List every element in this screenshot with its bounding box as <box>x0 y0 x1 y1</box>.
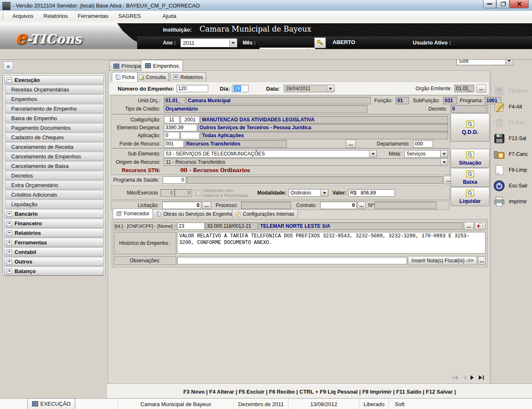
inserir-nota-button[interactable]: Inserir Nota(s) Fiscal(is) ->> <box>408 256 477 265</box>
meta-combobox[interactable]: Serviços <box>404 150 448 158</box>
sidebar-item-decretos[interactable]: Decretos <box>5 171 104 180</box>
licitacao-field[interactable]: 0 <box>162 202 201 209</box>
origem-combobox[interactable]: 11 - Recursos Transferidos <box>164 158 448 166</box>
numero-input[interactable]: 120 <box>177 85 208 92</box>
aplicacao-field2[interactable] <box>180 132 200 139</box>
sidebar-item-creditos-adicionais[interactable]: Créditos Adicionais <box>5 190 104 199</box>
chevron-down-icon[interactable] <box>320 190 328 196</box>
acao-field[interactable]: 2001 <box>180 116 200 123</box>
sidebar-item-cancelamento-receita[interactable]: Cancelamento de Receita <box>5 142 104 151</box>
liquidar-button[interactable]: Liquidar <box>451 187 490 206</box>
elemento-field[interactable]: 3390.39 <box>164 124 197 131</box>
unlock-period-button[interactable] <box>314 37 326 48</box>
restore-button[interactable] <box>496 0 510 8</box>
valor-field[interactable]: R$ 806,89 <box>348 189 395 197</box>
despesas-checkbox[interactable] <box>195 190 202 196</box>
menu-relatorios[interactable]: Relatórios <box>39 12 73 20</box>
fonte-field[interactable]: 001 <box>164 140 184 148</box>
data-combobox[interactable]: 28/04/2011 <box>284 85 335 92</box>
exercicio-field[interactable]: 0 <box>175 189 192 197</box>
sidebar-group-financeiro[interactable]: +Financeiro <box>4 219 104 228</box>
expand-box-icon[interactable]: + <box>7 230 12 236</box>
sidebar-group-contabil[interactable]: +Contabil <box>4 247 104 256</box>
fonte-browse-button[interactable]: ... <box>346 140 356 148</box>
sidebar-group-balanco[interactable]: +Balanço <box>4 266 104 276</box>
fornecedor-import-button[interactable] <box>475 222 485 230</box>
dia-input[interactable]: 28 <box>232 85 249 92</box>
nav-last-icon[interactable] <box>479 375 484 380</box>
expand-box-icon[interactable]: + <box>7 221 12 226</box>
chevron-down-icon[interactable] <box>440 159 448 165</box>
sidebar-item-pagamento-documentos[interactable]: Pagamento Documentos <box>5 123 104 132</box>
tab-obras[interactable]: Obras ou Serviços de Engenharia <box>153 209 242 218</box>
subfuncao-field[interactable]: 031 <box>443 97 457 104</box>
elemento-desc-field[interactable]: Outros Serviços de Terceiros - Pessoa Ju… <box>198 124 448 131</box>
tab-empenhos[interactable]: Empenhos <box>141 60 183 71</box>
sidebar-item-baixa-empenho[interactable]: Baixa de Empenho <box>5 113 104 123</box>
tab-execucao[interactable]: EXECUÇÃO <box>27 398 75 409</box>
sidebar-group-execucao[interactable]: −Execução <box>4 75 104 84</box>
saude-field[interactable]: 0 <box>163 176 186 184</box>
chevron-down-icon[interactable] <box>229 39 236 47</box>
observacoes-field[interactable] <box>177 257 407 264</box>
expand-box-icon[interactable]: + <box>7 259 12 264</box>
menu-arquivos[interactable]: Arquivos <box>7 12 39 20</box>
chevron-down-icon[interactable] <box>369 150 377 157</box>
sidebar-group-bancario[interactable]: +Bancário <box>4 209 104 218</box>
chevron-down-icon[interactable] <box>327 85 334 92</box>
f12-sal-button[interactable]: F12-Sal <box>493 131 530 145</box>
sidebar-group-ferramentas[interactable]: +Ferramentas <box>4 238 104 247</box>
tab-consulta[interactable]: Consulta <box>135 72 169 81</box>
aplicacao-desc-field[interactable]: Todas Aplicações <box>200 132 448 139</box>
expand-box-icon[interactable]: + <box>7 211 12 217</box>
sidebar-item-parcelamento[interactable]: Parcelamento de Empenho <box>5 104 104 113</box>
tab-config-internas[interactable]: Configurações Internas <box>232 209 298 218</box>
unid-code-field[interactable]: 01.01_ <box>164 97 185 104</box>
sidebar-group-relatorios[interactable]: +Relatórios <box>4 228 104 237</box>
sidebar-item-receitas-orcamentarias[interactable]: Receitas Orçamentárias <box>5 85 104 94</box>
close-button[interactable] <box>510 0 529 8</box>
f4-alt-button[interactable]: F4-Alt <box>493 100 530 114</box>
mes-field[interactable]: 0 <box>160 189 175 197</box>
chevron-down-icon[interactable] <box>440 150 448 157</box>
acao-desc-field[interactable]: MANUTENCAO DAS ATIVIDADES LEGISLATIVA <box>200 116 448 123</box>
collapse-box-icon[interactable]: − <box>7 77 12 83</box>
menu-ajuda[interactable]: Ajuda <box>158 12 181 20</box>
esc-sair-button[interactable]: Esc-Sair <box>493 179 530 193</box>
fonte-desc-field[interactable]: Recursos Transferidos <box>185 140 287 148</box>
imprimir-button[interactable]: Imprimir <box>493 195 530 209</box>
nf-field[interactable] <box>374 202 436 209</box>
tab-relatorios-ficha[interactable]: Relatórios <box>170 72 206 81</box>
sub-elemento-combobox[interactable]: 53 - SERVIÇOS DE TELECOMUNICAÇÕES <box>164 150 377 158</box>
ano-select[interactable]: 2011 <box>180 38 237 47</box>
contrato-browse-button[interactable]: ... <box>357 202 366 209</box>
sidebar-item-empenhos[interactable]: Empenhos <box>5 94 104 103</box>
situacao-button[interactable]: Situação <box>451 149 490 168</box>
nav-first-icon[interactable] <box>453 375 458 380</box>
contrato-field[interactable]: 0 <box>320 202 357 209</box>
modalidade-combobox[interactable]: Ordinário <box>288 189 328 197</box>
expand-box-icon[interactable]: + <box>7 240 12 245</box>
unid-nome-field[interactable]: Camara Municipal <box>186 97 371 104</box>
funcao-field[interactable]: 01 <box>396 97 409 104</box>
expand-box-icon[interactable]: + <box>7 269 12 274</box>
aplicacao-field[interactable]: 0 <box>164 132 180 139</box>
historico-textarea[interactable]: VALOR RELATIVO A TARIFA TELEFONICA DOS P… <box>177 232 485 254</box>
fornecedor-browse-button[interactable]: ... <box>464 222 474 230</box>
sidebar-group-outros[interactable]: +Outros <box>4 257 104 266</box>
f8-limp-button[interactable]: F8-Limp <box>493 163 530 177</box>
tipo-credito-field[interactable]: Orçamentário <box>164 105 367 113</box>
departamento-field[interactable]: 000 <box>413 140 433 148</box>
codigo-field[interactable]: 11 <box>164 116 180 123</box>
menu-sagres[interactable]: SAGRES <box>113 12 146 20</box>
orgao-browse-button[interactable]: ... <box>476 84 486 93</box>
nav-prev-icon[interactable] <box>462 375 466 380</box>
sidebar-item-cancelamento-empenhos[interactable]: Cancelamento de Empenhos <box>5 152 104 161</box>
sidebar-item-cancelamento-baixa[interactable]: Cancelamento de Baixa <box>5 161 104 170</box>
decreto-field[interactable]: 0 <box>451 105 487 113</box>
expand-box-icon[interactable]: + <box>7 249 12 255</box>
licitacao-browse-button[interactable]: ... <box>202 202 211 209</box>
nota-browse-button[interactable]: ... <box>478 256 485 265</box>
baixa-button[interactable]: Baixa <box>451 168 490 187</box>
sidebar-item-liquidacao[interactable]: Liquidação <box>5 200 104 209</box>
